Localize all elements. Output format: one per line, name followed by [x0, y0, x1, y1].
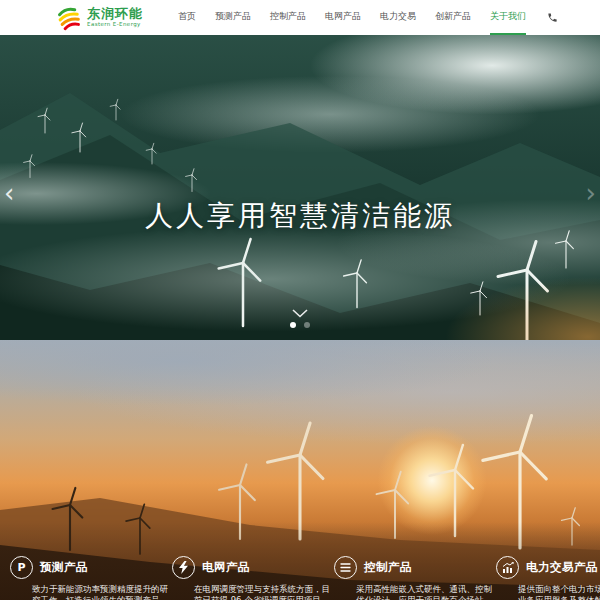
carousel-dot-1[interactable] [290, 322, 296, 328]
list-icon [334, 556, 357, 579]
carousel-dot-2[interactable] [304, 322, 310, 328]
product-card-title[interactable]: 控制产品 [364, 560, 412, 575]
nav-item-grid-products[interactable]: 电网产品 [325, 0, 361, 35]
product-cards-row: P 预测产品 致力于新能源功率预测精度提升的研究工作，打造行业领先的预测产品 电… [0, 556, 600, 600]
phone-contact-button[interactable] [547, 12, 558, 23]
product-card-title[interactable]: 电网产品 [202, 560, 250, 575]
product-card-trading[interactable]: 电力交易产品 提供面向整个电力市场交易过程的全业务应用服务及整体解决方案产品 [494, 556, 600, 600]
phone-icon [547, 12, 558, 23]
top-navigation-bar: 东润环能 Eastern E-Energy 首页 预测产品 控制产品 电网产品 … [0, 0, 600, 35]
nav-item-home[interactable]: 首页 [178, 0, 196, 35]
lightning-icon [172, 556, 195, 579]
product-card-description: 提供面向整个电力市场交易过程的全业务应用服务及整体解决方案产品 [518, 584, 600, 600]
carousel-prev-icon[interactable]: ‹ [4, 180, 14, 206]
product-card-title[interactable]: 预测产品 [40, 560, 88, 575]
product-card-description: 在电网调度管理与支持系统方面，目前已获得 96 个省级调度应用项目 [194, 584, 332, 600]
p-letter: P [17, 562, 25, 573]
brand-subtitle: Eastern E-Energy [87, 22, 143, 28]
product-card-prediction[interactable]: P 预测产品 致力于新能源功率预测精度提升的研究工作，打造行业领先的预测产品 [8, 556, 170, 600]
product-card-control[interactable]: 控制产品 采用高性能嵌入式硬件、通讯、控制优化设计，应用于项目数百个场站 [332, 556, 494, 600]
brand-logo[interactable]: 东润环能 Eastern E-Energy [56, 5, 143, 31]
hero-headline: 人人享用智慧清洁能源 [0, 197, 600, 235]
scroll-down-button[interactable] [292, 303, 308, 322]
p-letter-icon: P [10, 556, 33, 579]
hero-mountain-windfarm-image [0, 35, 600, 340]
carousel-next-icon[interactable]: › [586, 180, 596, 206]
chart-icon [496, 556, 519, 579]
nav-item-prediction-products[interactable]: 预测产品 [215, 0, 251, 35]
chevron-down-icon [292, 309, 308, 318]
products-section: P 预测产品 致力于新能源功率预测精度提升的研究工作，打造行业领先的预测产品 电… [0, 340, 600, 600]
carousel-dots [290, 322, 310, 328]
nav-item-control-products[interactable]: 控制产品 [270, 0, 306, 35]
product-card-description: 致力于新能源功率预测精度提升的研究工作，打造行业领先的预测产品 [32, 584, 170, 600]
product-card-grid[interactable]: 电网产品 在电网调度管理与支持系统方面，目前已获得 96 个省级调度应用项目 [170, 556, 332, 600]
brand-swirl-icon [56, 5, 82, 31]
main-nav: 首页 预测产品 控制产品 电网产品 电力交易 创新产品 关于我们 [178, 0, 558, 35]
nav-item-about-us[interactable]: 关于我们 [490, 0, 526, 35]
hero-carousel: 人人享用智慧清洁能源 ‹ › [0, 35, 600, 340]
product-card-title[interactable]: 电力交易产品 [526, 560, 598, 575]
nav-item-innovation-products[interactable]: 创新产品 [435, 0, 471, 35]
product-card-description: 采用高性能嵌入式硬件、通讯、控制优化设计，应用于项目数百个场站 [356, 584, 494, 600]
brand-name: 东润环能 [87, 7, 143, 20]
nav-item-power-trading[interactable]: 电力交易 [380, 0, 416, 35]
